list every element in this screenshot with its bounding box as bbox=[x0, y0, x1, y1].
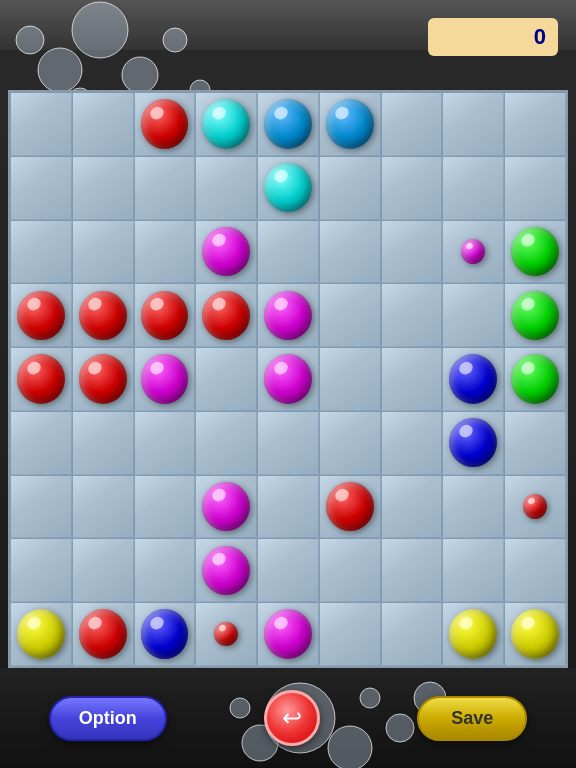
cell-2-2[interactable] bbox=[134, 220, 196, 284]
cell-6-2[interactable] bbox=[134, 475, 196, 539]
cell-6-4[interactable] bbox=[257, 475, 319, 539]
option-button[interactable]: Option bbox=[49, 696, 167, 741]
cell-8-8[interactable] bbox=[504, 602, 566, 666]
cell-0-4[interactable] bbox=[257, 92, 319, 156]
cell-5-5[interactable] bbox=[319, 411, 381, 475]
cell-4-5[interactable] bbox=[319, 347, 381, 411]
undo-button[interactable]: ↩ bbox=[264, 690, 320, 746]
cell-2-1[interactable] bbox=[72, 220, 134, 284]
ball-cyan-1-4 bbox=[264, 163, 312, 212]
cell-3-7[interactable] bbox=[442, 283, 504, 347]
cell-6-0[interactable] bbox=[10, 475, 72, 539]
cell-4-7[interactable] bbox=[442, 347, 504, 411]
cell-8-6[interactable] bbox=[381, 602, 443, 666]
cell-6-1[interactable] bbox=[72, 475, 134, 539]
cell-7-4[interactable] bbox=[257, 538, 319, 602]
cell-2-7[interactable] bbox=[442, 220, 504, 284]
cell-6-5[interactable] bbox=[319, 475, 381, 539]
cell-4-4[interactable] bbox=[257, 347, 319, 411]
cell-3-0[interactable] bbox=[10, 283, 72, 347]
cell-5-8[interactable] bbox=[504, 411, 566, 475]
cell-7-3[interactable] bbox=[195, 538, 257, 602]
save-button[interactable]: Save bbox=[417, 696, 527, 741]
cell-5-7[interactable] bbox=[442, 411, 504, 475]
cell-8-7[interactable] bbox=[442, 602, 504, 666]
cell-4-0[interactable] bbox=[10, 347, 72, 411]
ball-yellow-8-7 bbox=[449, 609, 497, 658]
cell-8-5[interactable] bbox=[319, 602, 381, 666]
ball-red-3-3 bbox=[202, 291, 250, 340]
cell-8-2[interactable] bbox=[134, 602, 196, 666]
cell-4-8[interactable] bbox=[504, 347, 566, 411]
cell-1-3[interactable] bbox=[195, 156, 257, 220]
svg-point-4 bbox=[16, 26, 44, 54]
cell-4-6[interactable] bbox=[381, 347, 443, 411]
ball-red-3-0 bbox=[17, 291, 65, 340]
cell-0-7[interactable] bbox=[442, 92, 504, 156]
cell-3-3[interactable] bbox=[195, 283, 257, 347]
cell-7-1[interactable] bbox=[72, 538, 134, 602]
cell-1-0[interactable] bbox=[10, 156, 72, 220]
cell-1-7[interactable] bbox=[442, 156, 504, 220]
cell-2-6[interactable] bbox=[381, 220, 443, 284]
cell-5-4[interactable] bbox=[257, 411, 319, 475]
ball-green-4-8 bbox=[511, 354, 559, 403]
cell-3-5[interactable] bbox=[319, 283, 381, 347]
ball-red-6-5 bbox=[326, 482, 374, 531]
cell-5-6[interactable] bbox=[381, 411, 443, 475]
cell-3-4[interactable] bbox=[257, 283, 319, 347]
cell-1-6[interactable] bbox=[381, 156, 443, 220]
ball-red-6-8 bbox=[523, 494, 547, 519]
cell-2-8[interactable] bbox=[504, 220, 566, 284]
cell-2-4[interactable] bbox=[257, 220, 319, 284]
cell-7-0[interactable] bbox=[10, 538, 72, 602]
ball-red-3-2 bbox=[141, 291, 189, 340]
cell-8-3[interactable] bbox=[195, 602, 257, 666]
ball-magenta-2-3 bbox=[202, 227, 250, 276]
cell-6-7[interactable] bbox=[442, 475, 504, 539]
cell-6-3[interactable] bbox=[195, 475, 257, 539]
ball-red-4-0 bbox=[17, 354, 65, 403]
cell-0-0[interactable] bbox=[10, 92, 72, 156]
cell-7-8[interactable] bbox=[504, 538, 566, 602]
cell-2-5[interactable] bbox=[319, 220, 381, 284]
ball-blue-5-7 bbox=[449, 418, 497, 467]
cell-4-2[interactable] bbox=[134, 347, 196, 411]
svg-point-3 bbox=[163, 28, 187, 52]
cell-5-0[interactable] bbox=[10, 411, 72, 475]
cell-0-1[interactable] bbox=[72, 92, 134, 156]
cell-8-1[interactable] bbox=[72, 602, 134, 666]
cell-1-5[interactable] bbox=[319, 156, 381, 220]
cell-4-1[interactable] bbox=[72, 347, 134, 411]
cell-2-3[interactable] bbox=[195, 220, 257, 284]
cell-6-6[interactable] bbox=[381, 475, 443, 539]
cell-4-3[interactable] bbox=[195, 347, 257, 411]
cell-3-6[interactable] bbox=[381, 283, 443, 347]
cell-5-1[interactable] bbox=[72, 411, 134, 475]
ball-red-8-1 bbox=[79, 609, 127, 658]
cell-7-2[interactable] bbox=[134, 538, 196, 602]
cell-1-8[interactable] bbox=[504, 156, 566, 220]
cell-0-5[interactable] bbox=[319, 92, 381, 156]
cell-0-3[interactable] bbox=[195, 92, 257, 156]
cell-7-7[interactable] bbox=[442, 538, 504, 602]
ball-blue-light-0-4 bbox=[264, 99, 312, 148]
cell-8-0[interactable] bbox=[10, 602, 72, 666]
cell-7-5[interactable] bbox=[319, 538, 381, 602]
cell-0-6[interactable] bbox=[381, 92, 443, 156]
cell-2-0[interactable] bbox=[10, 220, 72, 284]
cell-1-4[interactable] bbox=[257, 156, 319, 220]
cell-3-8[interactable] bbox=[504, 283, 566, 347]
cell-5-3[interactable] bbox=[195, 411, 257, 475]
cell-5-2[interactable] bbox=[134, 411, 196, 475]
ball-blue-8-2 bbox=[141, 609, 189, 658]
cell-8-4[interactable] bbox=[257, 602, 319, 666]
cell-6-8[interactable] bbox=[504, 475, 566, 539]
cell-1-1[interactable] bbox=[72, 156, 134, 220]
cell-7-6[interactable] bbox=[381, 538, 443, 602]
cell-0-2[interactable] bbox=[134, 92, 196, 156]
cell-3-2[interactable] bbox=[134, 283, 196, 347]
cell-1-2[interactable] bbox=[134, 156, 196, 220]
cell-0-8[interactable] bbox=[504, 92, 566, 156]
cell-3-1[interactable] bbox=[72, 283, 134, 347]
